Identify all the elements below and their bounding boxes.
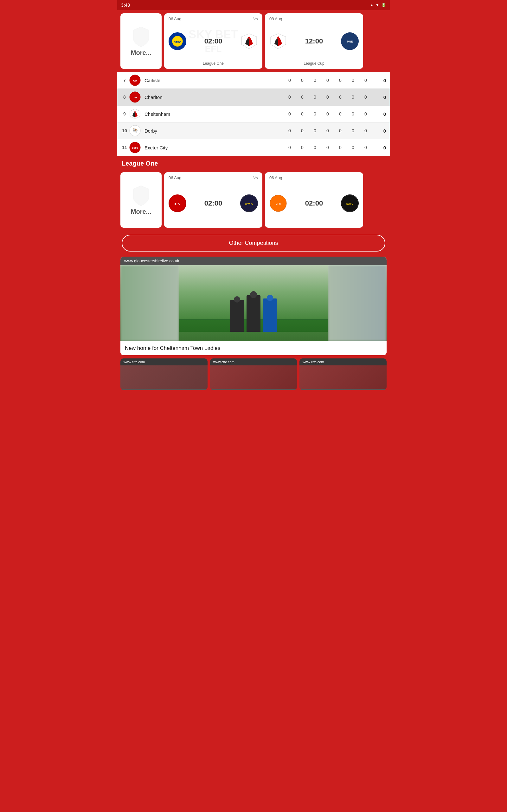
table-row-charlton[interactable]: 8 CAF Charlton 0 0 0 0 0 0 0 0: [117, 89, 390, 106]
table-row-exeter[interactable]: 11 ECFC Exeter City 0 0 0 0 0 0 0 0: [117, 139, 390, 156]
svg-text:WWFC: WWFC: [245, 202, 253, 205]
svg-text:ECFC: ECFC: [132, 147, 138, 149]
shield-icon-2: [130, 185, 152, 207]
table-row-cheltenham[interactable]: 9 Cheltenham 0 0 0 0 0 0 0 0: [117, 106, 390, 122]
match-card-1-date: 06 Aug: [169, 16, 181, 21]
people: [230, 295, 277, 332]
league-one-card-2-teams: BFC 02:00 BAFC: [269, 182, 359, 224]
blackpool-logo: BFC: [269, 194, 287, 212]
league-one-card-1[interactable]: 06 Aug Vs BFC 02:00 WWFC: [164, 172, 262, 228]
more-card-league-one[interactable]: More...: [120, 172, 162, 228]
league-one-card-1-header: 06 Aug Vs: [169, 175, 258, 180]
match-card-1-vs: Vs: [253, 16, 258, 21]
league-one-card-2-header: 06 Aug: [269, 175, 359, 180]
cheltenham-logo-2: [269, 32, 287, 50]
pos-11: 11: [120, 145, 129, 150]
league-one-card-1-date: 06 Aug: [169, 175, 181, 180]
league-one-card-2[interactable]: 06 Aug BFC 02:00 BAFC: [265, 172, 363, 228]
news-image: [120, 265, 387, 341]
charlton-name: Charlton: [143, 95, 283, 100]
news-card-small-3-image: [299, 365, 387, 389]
pos-7: 7: [120, 78, 129, 83]
charlton-logo: CAF: [129, 91, 141, 103]
carlisle-name: Carlisle: [143, 78, 283, 83]
news-section: www.gloucestershirelive.co.uk: [117, 257, 390, 393]
status-time: 3:43: [121, 3, 130, 8]
svg-text:CAF: CAF: [133, 96, 137, 99]
league-one-card-2-time: 02:00: [305, 199, 323, 207]
head-2: [250, 291, 257, 298]
wifi-icon: ▲: [370, 3, 374, 7]
cheltenham-name: Cheltenham: [143, 111, 283, 117]
other-competitions-section: Other Competitions: [117, 232, 390, 257]
news-img-overlay-2: [210, 365, 297, 389]
status-bar: 3:43 ▲ ▼ 🔋: [117, 0, 390, 10]
img-center: [179, 265, 328, 341]
match-card-2-teams: 12:00 PNE: [269, 23, 359, 59]
news-card-small-2-image: [210, 365, 297, 389]
news-card-small-1[interactable]: www.ctfc.com: [120, 358, 208, 390]
person-2: [246, 295, 261, 332]
more-label-top: More...: [131, 49, 151, 56]
league-one-title: League One: [122, 160, 158, 167]
more-card-top[interactable]: More...: [120, 13, 162, 69]
news-cards-row: www.ctfc.com www.ctfc.com www.ctfc.com: [120, 358, 387, 390]
league-one-card-1-vs: Vs: [253, 175, 258, 180]
news-source-bar: www.gloucestershirelive.co.uk: [120, 257, 387, 265]
carlisle-logo: CU: [129, 74, 141, 86]
exeter-name: Exeter City: [143, 145, 283, 150]
wycombe-logo: WWFC: [240, 194, 258, 212]
news-img-overlay-3: [299, 365, 387, 389]
league-one-header: League One: [117, 156, 390, 170]
table-row-derby[interactable]: 10 🐏 Derby 0 0 0 0 0 0 0 0: [117, 122, 390, 139]
pos-8: 8: [120, 95, 129, 100]
match-card-1-time: 02:00: [205, 37, 222, 45]
shrewsbury-logo: STFC: [169, 32, 186, 50]
svg-text:BAFC: BAFC: [346, 202, 353, 205]
news-card-small-3-source: www.ctfc.com: [299, 358, 387, 365]
pos-10: 10: [120, 128, 129, 133]
match-card-2[interactable]: 08 Aug 12:00 PNE League Cup: [265, 13, 363, 69]
person-1: [230, 300, 244, 332]
news-card-small-1-source: www.ctfc.com: [120, 358, 208, 365]
svg-text:CU: CU: [133, 79, 137, 82]
news-img-overlay-1: [120, 365, 208, 389]
preston-logo: PNE: [341, 32, 359, 50]
match-card-2-date: 08 Aug: [269, 16, 282, 21]
cheltenham-logo-1: [240, 32, 258, 50]
news-card-small-2[interactable]: www.ctfc.com: [210, 358, 297, 390]
more-label-league-one: More...: [131, 208, 151, 215]
match-card-1-header: 06 Aug Vs: [169, 16, 258, 21]
svg-text:BFC: BFC: [276, 202, 281, 205]
exeter-logo: ECFC: [129, 142, 141, 153]
derby-logo: 🐏: [129, 125, 141, 136]
match-card-2-header: 08 Aug: [269, 16, 359, 21]
league-one-section: League One More... 06 Aug Vs BFC 02:00: [117, 156, 390, 232]
top-match-cards: More... SKY BETEFL 06 Aug Vs STFC 02:00: [117, 10, 390, 72]
svg-text:🐏: 🐏: [132, 128, 138, 133]
status-icons: ▲ ▼ 🔋: [370, 3, 386, 7]
other-competitions-button[interactable]: Other Competitions: [122, 235, 385, 252]
news-card-small-3[interactable]: www.ctfc.com: [299, 358, 387, 390]
news-card-small-2-source: www.ctfc.com: [210, 358, 297, 365]
league-one-cards: More... 06 Aug Vs BFC 02:00 WWFC: [117, 170, 390, 232]
shield-icon: [130, 26, 152, 48]
league-one-card-2-date: 06 Aug: [269, 175, 282, 180]
news-title: New home for Cheltenham Town Ladies: [120, 341, 387, 355]
cheltenham-table-logo: [129, 108, 141, 119]
signal-icon: ▼: [376, 3, 379, 7]
match-card-2-time: 12:00: [305, 37, 323, 45]
match-card-2-competition: League Cup: [269, 61, 359, 66]
league-one-card-1-time: 02:00: [205, 199, 222, 207]
svg-text:STFC: STFC: [174, 41, 181, 44]
match-card-1-teams: STFC 02:00: [169, 23, 258, 59]
img-blur-right: [328, 265, 387, 341]
person-3: [263, 299, 277, 332]
table-row[interactable]: 7 CU Carlisle 0 0 0 0 0 0 0 0: [117, 72, 390, 89]
burton-logo: BAFC: [341, 194, 359, 212]
news-card-large[interactable]: www.gloucestershirelive.co.uk: [120, 257, 387, 355]
match-card-1-competition: League One: [169, 61, 258, 66]
img-blur-left: [120, 265, 179, 341]
match-card-1[interactable]: SKY BETEFL 06 Aug Vs STFC 02:00 League O…: [164, 13, 262, 69]
league-table: 7 CU Carlisle 0 0 0 0 0 0 0 0 8 CAF Char…: [117, 72, 390, 156]
